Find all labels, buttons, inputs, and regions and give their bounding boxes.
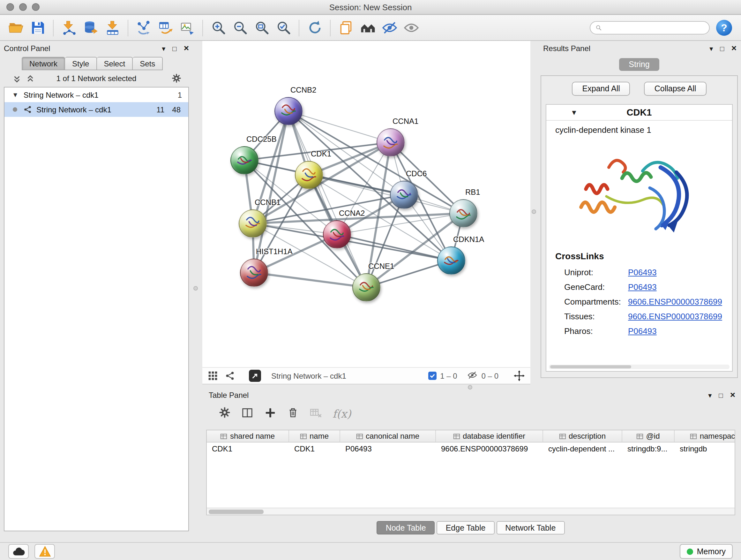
network-edge[interactable] [254,273,366,287]
tab-network-table[interactable]: Network Table [496,521,564,535]
apply-layout-icon[interactable] [304,16,326,39]
network-node-ccnb2[interactable] [274,97,302,125]
hide-selected-icon[interactable] [379,16,400,39]
copy-document-icon[interactable] [335,16,357,39]
column-header-namespac[interactable]: namespac [675,430,735,442]
column-header-database-identifier[interactable]: database identifier [436,430,543,442]
column-header-description[interactable]: description [543,430,622,442]
panel-collapse-icon[interactable]: ▾ [708,392,712,399]
protein-card-header[interactable]: ▼ CDK1 [546,105,732,121]
crosslink-link[interactable]: P06493 [628,326,657,336]
table-cell[interactable]: P06493 [340,444,436,453]
panel-float-icon[interactable]: □ [719,392,723,399]
selection-checkbox[interactable] [428,372,436,380]
tab-node-table[interactable]: Node Table [377,521,435,535]
network-node-cdc6[interactable] [390,181,418,209]
vertical-splitter-handle[interactable] [532,209,536,214]
tree-expand-icon[interactable]: ▼ [12,91,18,98]
network-edge[interactable] [309,175,463,213]
gear-icon[interactable] [172,73,181,85]
table-row[interactable]: CDK1CDK1P064939606.ENSP00000378699cyclin… [207,442,735,455]
search-input[interactable] [605,23,704,32]
help-icon[interactable]: ? [716,20,732,36]
network-from-table-icon[interactable] [154,16,176,39]
network-node-hist1h1a[interactable] [240,259,268,287]
function-builder-icon[interactable]: f(x) [333,408,351,420]
panel-collapse-icon[interactable]: ▾ [710,45,713,52]
network-node-rb1[interactable] [449,199,477,227]
panel-float-icon[interactable]: □ [720,45,724,52]
crosslink-link[interactable]: 9606.ENSP00000378699 [628,297,722,307]
show-all-icon[interactable] [400,16,422,39]
import-table-icon[interactable] [102,16,123,39]
export-network-button[interactable] [249,370,261,382]
panel-collapse-icon[interactable]: ▾ [162,45,165,52]
panel-float-icon[interactable]: □ [172,45,177,52]
collapse-section-icon[interactable]: ▼ [570,109,578,116]
table-settings-gear-icon[interactable] [219,407,230,421]
warning-icon[interactable] [35,544,55,559]
birds-eye-view-icon[interactable] [225,371,235,381]
network-canvas[interactable]: CCNB2CCNA1CDC25BCDK1CDC6RB1CCNB1CCNA2CDK… [202,41,530,367]
zoom-selected-icon[interactable] [273,16,294,39]
zoom-out-icon[interactable] [229,16,251,39]
column-header-shared-name[interactable]: shared name [207,430,289,442]
panel-close-icon[interactable]: × [731,44,737,52]
table-cell[interactable]: CDK1 [207,444,289,453]
grid-view-icon[interactable] [208,371,218,381]
results-horizontal-scrollbar[interactable] [549,365,730,369]
expand-all-button[interactable]: Expand All [572,82,630,96]
network-node-cdc25b[interactable] [230,146,259,174]
memory-button[interactable]: Memory [680,544,733,559]
delete-column-trash-icon[interactable] [287,407,299,421]
show-columns-icon[interactable] [241,407,253,421]
table-cell[interactable]: CDK1 [289,444,340,453]
network-node-ccna1[interactable] [377,128,405,157]
zoom-fit-icon[interactable] [251,16,273,39]
tab-sets[interactable]: Sets [133,57,163,70]
collapse-all-icon[interactable] [13,74,21,83]
table-cell[interactable]: stringdb [675,444,735,453]
tab-network[interactable]: Network [22,57,65,70]
crosslink-link[interactable]: P06493 [628,282,657,292]
vertical-splitter-handle[interactable] [193,286,198,291]
network-node-ccna2[interactable] [323,220,351,248]
zoom-in-icon[interactable] [207,16,229,39]
hidden-eye-icon[interactable] [468,371,478,381]
search-box[interactable] [590,21,710,35]
tab-string[interactable]: String [619,58,659,71]
home-view-icon[interactable] [357,16,379,39]
add-column-icon[interactable] [264,407,276,421]
network-edge[interactable] [288,111,391,142]
move-crosshair-icon[interactable] [514,370,525,381]
table-cell[interactable]: stringdb:9... [622,444,675,453]
horizontal-splitter-handle[interactable] [468,385,472,389]
table-cell[interactable]: 9606.ENSP00000378699 [436,444,543,453]
expand-all-icon[interactable] [26,74,35,83]
tab-edge-table[interactable]: Edge Table [437,521,495,535]
crosslink-link[interactable]: P06493 [628,267,657,277]
import-network-database-icon[interactable] [80,16,102,39]
save-session-button[interactable] [27,16,49,39]
network-node-ccnb1[interactable] [239,209,267,238]
open-session-button[interactable] [5,16,27,39]
network-edge[interactable] [337,234,451,260]
network-node-cdk1[interactable] [295,161,323,189]
clone-network-icon[interactable] [133,16,154,39]
column-header-canonical-name[interactable]: canonical name [340,430,436,442]
scrollbar-thumb[interactable] [209,509,264,514]
network-node-cdkn1a[interactable] [437,246,465,274]
tab-style[interactable]: Style [65,57,97,70]
column-header-name[interactable]: name [289,430,340,442]
network-row-selected[interactable]: String Network – cdk1 11 48 [4,102,188,117]
column-header--id[interactable]: @id [622,430,675,442]
tab-select[interactable]: Select [97,57,133,70]
panel-close-icon[interactable]: × [184,44,189,52]
table-cell[interactable]: cyclin-dependent ... [543,444,622,453]
network-edge[interactable] [288,111,366,287]
table-horizontal-scrollbar[interactable] [207,508,735,515]
export-image-icon[interactable] [176,16,198,39]
network-collection-row[interactable]: ▼ String Network – cdk1 1 [4,87,188,102]
crosslink-link[interactable]: 9606.ENSP00000378699 [628,312,722,321]
import-network-file-icon[interactable] [58,16,80,39]
